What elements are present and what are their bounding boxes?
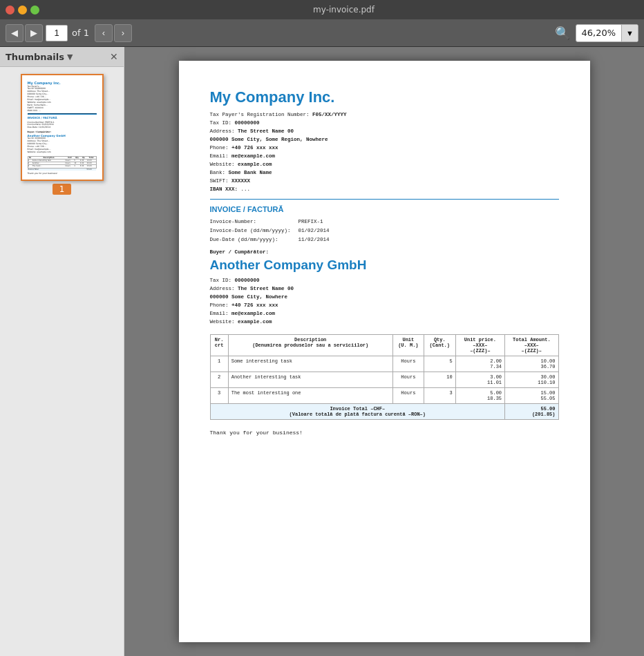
cell-uprice: 5.0018.35 bbox=[455, 388, 504, 404]
iban-label: IBAN XXX: bbox=[210, 186, 238, 192]
inv-number-value: PREFIX-1 bbox=[299, 218, 323, 226]
buyer-tax-id-value: 00000000 bbox=[235, 278, 260, 283]
sidebar-dropdown-icon: ▼ bbox=[67, 52, 73, 61]
email-label: Email: bbox=[210, 153, 229, 159]
forward-button[interactable]: ▶ bbox=[25, 24, 43, 42]
maximize-button[interactable] bbox=[30, 6, 39, 15]
bank-label: Bank: bbox=[210, 170, 226, 175]
invoice-fields: Invoice-Number: PREFIX-1 Invoice-Date (d… bbox=[210, 218, 559, 244]
col-header-qty: Qty.(Cant.) bbox=[424, 335, 455, 356]
buyer-website-label: Website: bbox=[210, 319, 235, 325]
table-row: 3 The most interesting one Hours 3 5.001… bbox=[210, 388, 558, 404]
col-header-uprice: Unit price.–XXX––(ZZZ)– bbox=[455, 335, 504, 356]
close-button[interactable] bbox=[6, 6, 15, 15]
tax-id-value: 00000000 bbox=[235, 120, 260, 126]
cell-nr: 2 bbox=[210, 372, 228, 388]
next-page-button[interactable]: › bbox=[114, 24, 132, 42]
cell-desc: Another interesting task bbox=[228, 372, 392, 388]
cell-desc: Some interesting task bbox=[228, 356, 392, 372]
sidebar: Thumbnails ▼ ✕ My Company Inc. Tax Payer… bbox=[0, 47, 124, 656]
inv-date-value: 01/02/2014 bbox=[299, 226, 330, 235]
thank-you: Thank you for your business! bbox=[210, 430, 559, 436]
iban-value: ... bbox=[241, 186, 251, 192]
cell-qty: 5 bbox=[424, 356, 455, 372]
window-title: my-invoice.pdf bbox=[49, 5, 638, 15]
total-label2: (Valoare totală de plată factura curentă… bbox=[290, 412, 426, 417]
due-date-value: 11/02/2014 bbox=[299, 235, 330, 244]
window-buttons bbox=[6, 6, 39, 15]
phone-value: +40 726 xxx xxx bbox=[231, 145, 278, 151]
invoice-table: Nr.crt Description(Denumirea produselor … bbox=[210, 334, 559, 420]
back-button[interactable]: ◀ bbox=[6, 24, 23, 42]
sidebar-close-button[interactable]: ✕ bbox=[110, 51, 118, 62]
buyer-address-label: Address: bbox=[210, 286, 235, 291]
cell-uprice: 2.007.34 bbox=[455, 356, 504, 372]
total-amount-cell: 55.00 (201.85) bbox=[505, 404, 558, 420]
cell-total: 15.0055.05 bbox=[505, 388, 558, 404]
history-nav: ◀ ▶ bbox=[6, 24, 43, 42]
company-name: My Company Inc. bbox=[210, 88, 559, 106]
minimize-button[interactable] bbox=[18, 6, 27, 15]
search-button[interactable]: 🔍 bbox=[552, 23, 573, 44]
page-nav: ‹ › bbox=[95, 24, 132, 42]
zoom-dropdown-button[interactable]: ▼ bbox=[621, 25, 638, 41]
page-number-input[interactable]: 1 bbox=[46, 25, 68, 41]
phone-label: Phone: bbox=[210, 145, 229, 151]
cell-unit: Hours bbox=[392, 388, 424, 404]
cell-total: 30.00110.10 bbox=[505, 372, 558, 388]
col-header-total: Total Amount.–XXX––(ZZZ)– bbox=[505, 335, 558, 356]
total-value1: 55.00 bbox=[540, 406, 555, 412]
main-area: Thumbnails ▼ ✕ My Company Inc. Tax Payer… bbox=[0, 47, 644, 656]
tax-id-label: Tax ID: bbox=[210, 120, 232, 126]
title-bar: my-invoice.pdf bbox=[0, 0, 644, 19]
invoice-total-row: Invoice Total –CHF– (Valoare totală de p… bbox=[210, 404, 558, 420]
cell-qty: 3 bbox=[424, 388, 455, 404]
cell-nr: 3 bbox=[210, 388, 228, 404]
cell-uprice: 3.0011.01 bbox=[455, 372, 504, 388]
cell-unit: Hours bbox=[392, 356, 424, 372]
thumbnail-frame[interactable]: My Company Inc. Tax Payer's... Tax ID: 0… bbox=[21, 74, 104, 181]
buyer-details: Tax ID: 00000000 Address: The Street Nam… bbox=[210, 276, 559, 326]
blue-divider bbox=[210, 199, 559, 200]
address-label: Address: bbox=[210, 128, 235, 134]
sidebar-header: Thumbnails ▼ ✕ bbox=[0, 47, 124, 67]
zoom-value: 46,20% bbox=[576, 28, 622, 38]
buyer-phone-value: +40 726 xxx xxx bbox=[231, 302, 278, 308]
cell-qty: 10 bbox=[424, 372, 455, 388]
buyer-address-value: The Street Name 00 bbox=[238, 286, 294, 291]
website-value: example.com bbox=[238, 162, 272, 167]
col-header-nr: Nr.crt bbox=[210, 335, 228, 356]
sidebar-title: Thumbnails bbox=[6, 52, 64, 62]
col-header-desc: Description(Denumirea produselor sau a s… bbox=[228, 335, 392, 356]
thumbnail-area[interactable]: My Company Inc. Tax Payer's... Tax ID: 0… bbox=[0, 67, 124, 656]
cell-unit: Hours bbox=[392, 372, 424, 388]
email-value: me@example.com bbox=[231, 153, 275, 159]
prev-page-button[interactable]: ‹ bbox=[95, 24, 113, 42]
table-row: 1 Some interesting task Hours 5 2.007.34… bbox=[210, 356, 558, 372]
inv-date-label: Invoice-Date (dd/mm/yyyy): bbox=[210, 226, 293, 235]
pdf-viewer[interactable]: My Company Inc. Tax Payer's Registration… bbox=[124, 47, 644, 656]
address-value: The Street Name 00 bbox=[238, 128, 294, 134]
toolbar: ◀ ▶ 1 of 1 ‹ › 🔍 46,20% ▼ bbox=[0, 19, 644, 47]
total-value2: (201.85) bbox=[532, 412, 556, 417]
due-date-label: Due-Date (dd/mm/yyyy): bbox=[210, 235, 293, 244]
col-header-unit: Unit(U. M.) bbox=[392, 335, 424, 356]
swift-label: SWIFT: bbox=[210, 178, 229, 184]
thumbnail-item[interactable]: My Company Inc. Tax Payer's... Tax ID: 0… bbox=[7, 74, 117, 195]
buyer-city-value: 000000 Some City, Nowhere bbox=[210, 294, 288, 300]
buyer-label: Buyer / Cumpărător: bbox=[210, 249, 559, 255]
cell-desc: The most interesting one bbox=[228, 388, 392, 404]
tax-payer-value: F05/XX/YYYY bbox=[312, 112, 347, 117]
website-label: Website: bbox=[210, 162, 235, 167]
bank-value: Some Bank Name bbox=[229, 170, 272, 175]
zoom-container: 46,20% ▼ bbox=[576, 24, 638, 42]
buyer-phone-label: Phone: bbox=[210, 302, 229, 308]
inv-number-label: Invoice-Number: bbox=[210, 218, 293, 226]
buyer-email-label: Email: bbox=[210, 311, 229, 316]
cell-total: 10.0036.70 bbox=[505, 356, 558, 372]
table-row: 2 Another interesting task Hours 10 3.00… bbox=[210, 372, 558, 388]
thumbnail-number: 1 bbox=[53, 184, 72, 195]
swift-value: XXXXXX bbox=[231, 178, 250, 184]
buyer-email-value: me@example.com bbox=[231, 311, 275, 316]
company-details: Tax Payer's Registration Number: F05/XX/… bbox=[210, 110, 559, 193]
